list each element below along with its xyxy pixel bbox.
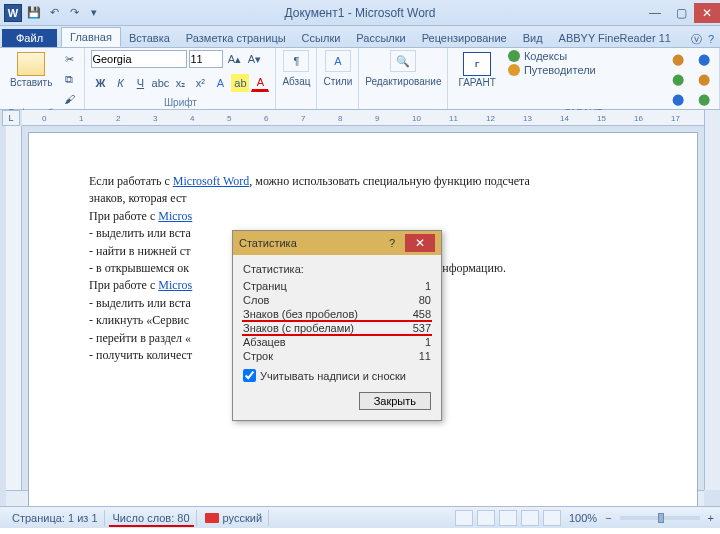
ruler-corner[interactable]: L [2, 110, 20, 126]
view-full-screen[interactable] [477, 510, 495, 526]
strike-button[interactable]: abc [151, 74, 169, 92]
view-print-layout[interactable] [455, 510, 473, 526]
window-buttons: — ▢ ✕ [642, 3, 720, 23]
vertical-scrollbar[interactable] [704, 110, 720, 490]
group-styles-label [323, 97, 352, 109]
include-textboxes-input[interactable] [243, 369, 256, 382]
doc-line: При работе с Micros [89, 208, 637, 225]
dialog-help-button[interactable]: ? [381, 234, 403, 252]
garant-tool-1-icon[interactable]: ⬤ [669, 50, 687, 68]
tab-review[interactable]: Рецензирование [414, 29, 515, 47]
stat-row: Абзацев1 [243, 335, 431, 349]
include-textboxes-checkbox[interactable]: Учитывать надписи и сноски [243, 369, 431, 382]
tab-file[interactable]: Файл [2, 29, 57, 47]
font-size-select[interactable] [189, 50, 223, 68]
horizontal-ruler[interactable]: 01234567891011121314151617 [22, 110, 704, 126]
garant-tool-4-icon[interactable]: ⬤ [695, 50, 713, 68]
help-icon[interactable]: ? [708, 33, 714, 45]
undo-icon[interactable]: ↶ [46, 5, 62, 21]
garant-icon: Г [463, 52, 491, 76]
group-font-label: Шрифт [91, 97, 269, 109]
tab-abbyy[interactable]: ABBYY FineReader 11 [551, 29, 679, 47]
window-title: Документ1 - Microsoft Word [284, 6, 435, 20]
format-painter-icon[interactable]: 🖌 [60, 90, 78, 108]
garant-tool-3-icon[interactable]: ⬤ [669, 90, 687, 108]
minimize-ribbon-icon[interactable]: ⓥ [691, 33, 702, 45]
view-draft[interactable] [543, 510, 561, 526]
link-micros-2[interactable]: Micros [158, 278, 192, 292]
qat-more-icon[interactable]: ▾ [86, 5, 102, 21]
garant-tool-6-icon[interactable]: ⬤ [695, 90, 713, 108]
status-word-count[interactable]: Число слов: 80 [107, 510, 197, 526]
zoom-out-button[interactable]: − [605, 512, 611, 524]
dialog-close-button[interactable]: ✕ [405, 234, 435, 252]
paste-button[interactable]: Вставить [6, 50, 56, 90]
font-color-icon[interactable]: A [251, 74, 269, 92]
link-micros-1[interactable]: Micros [158, 209, 192, 223]
font-family-select[interactable] [91, 50, 187, 68]
superscript-button[interactable]: x² [191, 74, 209, 92]
dialog-close-btn[interactable]: Закрыть [359, 392, 431, 410]
cut-icon[interactable]: ✂ [60, 50, 78, 68]
styles-icon[interactable]: A [325, 50, 351, 72]
ribbon-help: ⓥ ? [685, 32, 720, 47]
zoom-in-button[interactable]: + [708, 512, 714, 524]
quick-access-toolbar: 💾 ↶ ↷ ▾ [26, 5, 102, 21]
editing-label: Редактирование [365, 76, 441, 87]
status-language[interactable]: русский [199, 510, 269, 526]
tab-home[interactable]: Главная [61, 27, 121, 47]
garant-tool-5-icon[interactable]: ⬤ [695, 70, 713, 88]
highlight-icon[interactable]: ab [231, 74, 249, 92]
group-paragraph: ¶ Абзац [276, 48, 317, 109]
statistics-dialog: Статистика ? ✕ Статистика: Страниц1Слов8… [232, 230, 442, 421]
garant-tool-2-icon[interactable]: ⬤ [669, 70, 687, 88]
stats-header: Статистика: [243, 263, 431, 275]
kodeksy-button[interactable]: Кодексы [508, 50, 596, 62]
dialog-body: Статистика: Страниц1Слов80Знаков (без пр… [233, 255, 441, 420]
close-button[interactable]: ✕ [694, 3, 720, 23]
proofing-icon [205, 513, 219, 523]
subscript-button[interactable]: x₂ [171, 74, 189, 92]
vertical-ruler[interactable] [6, 126, 22, 506]
tab-layout[interactable]: Разметка страницы [178, 29, 294, 47]
text-effects-icon[interactable]: A [211, 74, 229, 92]
group-font: A▴ A▾ Ж К Ч abc x₂ x² A ab A Шрифт [85, 48, 276, 109]
tab-references[interactable]: Ссылки [294, 29, 349, 47]
redo-icon[interactable]: ↷ [66, 5, 82, 21]
shrink-font-icon[interactable]: A▾ [245, 50, 263, 68]
zoom-slider[interactable] [620, 516, 700, 520]
view-outline[interactable] [521, 510, 539, 526]
bold-button[interactable]: Ж [91, 74, 109, 92]
view-web-layout[interactable] [499, 510, 517, 526]
garant-button[interactable]: Г ГАРАНТ [454, 50, 499, 90]
maximize-button[interactable]: ▢ [668, 3, 694, 23]
save-icon[interactable]: 💾 [26, 5, 42, 21]
stat-row: Слов80 [243, 293, 431, 307]
styles-label: Стили [323, 76, 352, 87]
zoom-level[interactable]: 100% [569, 512, 597, 524]
stat-row: Строк11 [243, 349, 431, 363]
group-editing: 🔍 Редактирование [359, 48, 448, 109]
tab-view[interactable]: Вид [515, 29, 551, 47]
garant-label: ГАРАНТ [458, 77, 495, 88]
tab-insert[interactable]: Вставка [121, 29, 178, 47]
dialog-titlebar[interactable]: Статистика ? ✕ [233, 231, 441, 255]
ribbon: Вставить ✂ ⧉ 🖌 Буфер обмена A▴ A▾ Ж К Ч … [0, 48, 720, 110]
italic-button[interactable]: К [111, 74, 129, 92]
group-garant: Г ГАРАНТ Кодексы Путеводители ⬤ ⬤ ⬤ ⬤ ⬤ … [448, 48, 720, 109]
putevoditeli-button[interactable]: Путеводители [508, 64, 596, 76]
status-page[interactable]: Страница: 1 из 1 [6, 510, 105, 526]
paste-icon [17, 52, 45, 76]
doc-line: Если работать с Microsoft Word, можно ис… [89, 173, 637, 190]
find-icon[interactable]: 🔍 [390, 50, 416, 72]
copy-icon[interactable]: ⧉ [60, 70, 78, 88]
minimize-button[interactable]: — [642, 3, 668, 23]
title-bar: W 💾 ↶ ↷ ▾ Документ1 - Microsoft Word — ▢… [0, 0, 720, 26]
tab-mailings[interactable]: Рассылки [348, 29, 413, 47]
underline-button[interactable]: Ч [131, 74, 149, 92]
grow-font-icon[interactable]: A▴ [225, 50, 243, 68]
dialog-title: Статистика [239, 237, 381, 249]
para-icon[interactable]: ¶ [283, 50, 309, 72]
link-msword[interactable]: Microsoft Word [173, 174, 249, 188]
putev-icon [508, 64, 520, 76]
